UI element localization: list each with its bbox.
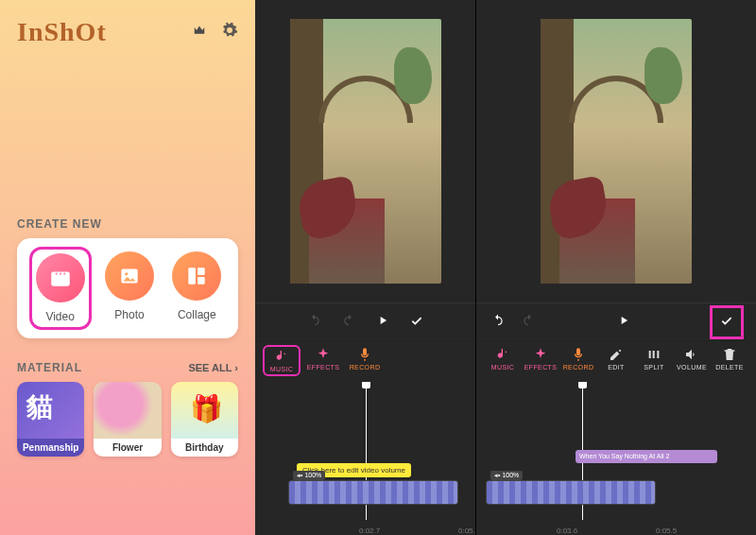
confirm-button[interactable] [713, 308, 741, 337]
birthday-thumb [171, 382, 238, 439]
tool-record[interactable]: RECORD [348, 347, 382, 371]
time-ruler: 0:02.7 0:05.5 [255, 522, 475, 535]
time-mark: 0:02.7 [359, 526, 380, 535]
tools-row: MUSIC EFFECTS RECORD EDIT SPLIT VOLUME D… [476, 340, 756, 382]
tool-label: RECORD [563, 364, 594, 371]
material-label: Birthday [171, 439, 238, 457]
photo-icon [105, 251, 154, 301]
tool-music[interactable]: MUSIC [486, 347, 520, 371]
svg-point-1 [55, 273, 57, 275]
time-mark: 0:03.6 [557, 526, 577, 535]
timeline[interactable]: Click here to edit video volume ◂• 100% … [255, 382, 475, 535]
tool-music[interactable]: MUSIC [265, 347, 299, 374]
time-mark: 0:05.5 [656, 526, 677, 535]
tool-label: VOLUME [677, 364, 707, 371]
redo-icon[interactable] [522, 314, 535, 331]
tool-split[interactable]: SPLIT [637, 347, 671, 371]
create-new-heading: CREATE NEW [17, 217, 238, 231]
material-flower[interactable]: Flower [94, 382, 161, 457]
undo-icon[interactable] [308, 314, 321, 331]
video-icon [36, 253, 85, 302]
play-button[interactable] [617, 314, 630, 331]
create-photo-label: Photo [114, 308, 144, 321]
video-clip[interactable]: ◂• 100% [486, 480, 656, 505]
tool-edit[interactable]: EDIT [599, 347, 633, 371]
create-new-card: Video Photo Collage [17, 238, 238, 338]
crown-icon[interactable] [191, 22, 208, 43]
tool-effects[interactable]: EFFECTS [524, 347, 558, 371]
flower-thumb [94, 382, 161, 439]
tool-label: MUSIC [270, 366, 294, 372]
video-preview [290, 19, 441, 284]
create-photo-button[interactable]: Photo [105, 251, 154, 325]
create-collage-button[interactable]: Collage [172, 251, 221, 325]
tool-label: EDIT [608, 364, 625, 371]
svg-rect-11 [657, 351, 659, 358]
svg-point-2 [60, 273, 61, 275]
material-heading: MATERIAL [17, 361, 82, 374]
confirm-icon[interactable] [410, 314, 423, 331]
video-preview [541, 19, 692, 284]
create-collage-label: Collage [178, 308, 216, 321]
tool-effects[interactable]: EFFECTS [306, 347, 340, 371]
see-all-link[interactable]: SEE ALL › [188, 362, 238, 373]
tool-record[interactable]: RECORD [561, 347, 595, 371]
create-video-label: Video [45, 310, 74, 323]
video-clip[interactable]: ◂• 100% [288, 480, 458, 505]
audio-track[interactable]: ⋮ When You Say Nothing At All 2 [576, 450, 717, 463]
svg-rect-6 [189, 268, 197, 284]
sidebar: InShOt CREATE NEW Video Photo Collage MA… [0, 0, 255, 535]
penmanship-thumb [17, 382, 84, 439]
clip-volume-badge: ◂• 100% [490, 471, 523, 480]
preview-area[interactable] [476, 19, 756, 302]
tool-volume[interactable]: VOLUME [675, 347, 709, 371]
material-penmanship[interactable]: Penmanship [17, 382, 84, 457]
svg-rect-9 [649, 351, 651, 358]
tool-label: EFFECTS [307, 364, 340, 371]
svg-point-5 [125, 272, 128, 275]
editor-pane-right: MUSIC EFFECTS RECORD EDIT SPLIT VOLUME D… [475, 0, 756, 535]
tool-label: EFFECTS [524, 364, 558, 371]
tool-label: SPLIT [644, 364, 663, 371]
create-video-button[interactable]: Video [34, 251, 87, 325]
tool-label: MUSIC [491, 364, 515, 371]
tool-label: RECORD [350, 364, 381, 371]
audio-track-title: When You Say Nothing At All 2 [579, 453, 669, 459]
material-label: Penmanship [17, 439, 84, 457]
svg-point-3 [63, 273, 65, 275]
svg-rect-8 [198, 277, 205, 285]
tools-row: MUSIC EFFECTS RECORD [255, 340, 475, 382]
editor-pane-left: MUSIC EFFECTS RECORD Click here to edit … [255, 0, 475, 535]
svg-rect-7 [198, 268, 205, 275]
svg-rect-10 [653, 351, 655, 358]
tool-label: DELETE [715, 364, 744, 371]
material-label: Flower [94, 439, 161, 457]
clip-volume-badge: ◂• 100% [293, 471, 325, 480]
undo-icon[interactable] [491, 314, 505, 331]
material-birthday[interactable]: Birthday [171, 382, 238, 457]
gear-icon[interactable] [221, 22, 238, 43]
app-logo: InShOt [17, 17, 107, 47]
play-button[interactable] [376, 314, 389, 331]
time-ruler: 0:03.6 0:05.5 [476, 522, 756, 535]
redo-icon[interactable] [342, 314, 355, 331]
time-mark: 0:05.5 [458, 526, 475, 535]
tool-delete[interactable]: DELETE [713, 347, 747, 371]
preview-area[interactable] [255, 19, 475, 302]
collage-icon [172, 251, 221, 301]
timeline[interactable]: ⋮ When You Say Nothing At All 2 ◂• 100% … [476, 382, 756, 535]
